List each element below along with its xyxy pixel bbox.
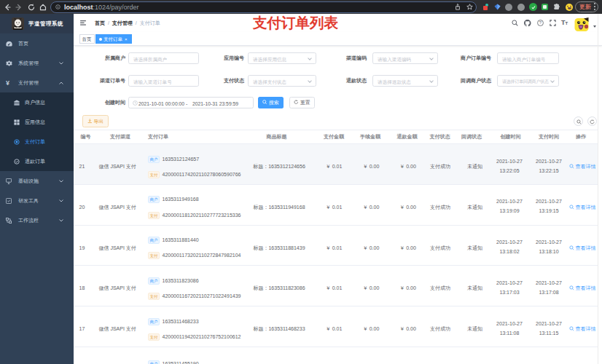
- svg-text:?: ?: [539, 20, 542, 25]
